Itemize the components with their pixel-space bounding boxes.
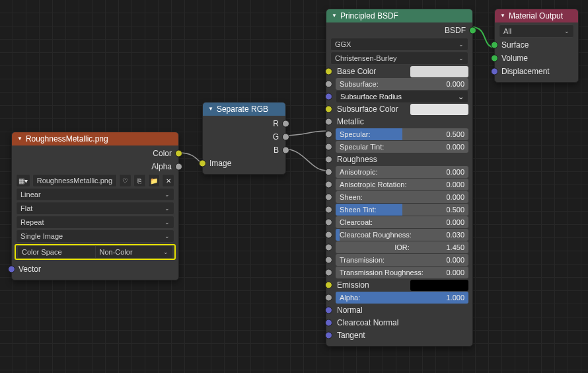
chevron-down-icon: ⌄ [459, 41, 464, 48]
color-space-select[interactable]: Color Space Non-Color⌄ [17, 246, 173, 258]
node-header[interactable]: ▼ Material Output [495, 9, 578, 22]
node-header[interactable]: ▼ Separate RGB [203, 103, 285, 116]
socket-trans-rough[interactable] [325, 269, 332, 276]
socket-out-g[interactable] [282, 134, 289, 141]
socket-emission[interactable] [325, 282, 332, 289]
socket-aniso-rot[interactable] [325, 181, 332, 188]
socket-roughness[interactable] [325, 156, 332, 163]
collapse-icon[interactable]: ▼ [332, 13, 337, 19]
node-title: Material Output [509, 11, 563, 21]
socket-cc-rough[interactable] [325, 231, 332, 239]
sheen-tint-row[interactable]: Sheen Tint:0.500 [336, 204, 468, 216]
chevron-down-icon: ⌄ [165, 205, 170, 212]
separate-rgb-node[interactable]: ▼ Separate RGB R G B Image [202, 102, 286, 175]
clearcoat-normal-row: Clearcoat Normal [336, 317, 468, 329]
transmission-roughness-row[interactable]: Transmission Roughness:0.000 [336, 267, 468, 278]
emission-row[interactable]: Emission [336, 279, 468, 291]
interpolation-select[interactable]: Linear⌄ [16, 188, 174, 201]
socket-out-color[interactable] [175, 150, 182, 157]
socket-ss-color[interactable] [325, 106, 332, 113]
anisotropic-row[interactable]: Anisotropic:0.000 [336, 166, 468, 178]
socket-ior[interactable] [325, 244, 332, 251]
node-title: Principled BSDF [340, 11, 398, 21]
clearcoat-row[interactable]: Clearcoat:0.000 [336, 216, 468, 228]
tangent-row: Tangent [336, 329, 468, 341]
emission-swatch[interactable] [410, 280, 468, 291]
socket-aniso[interactable] [325, 169, 332, 176]
distribution-select[interactable]: GGX⌄ [330, 38, 468, 51]
socket-transmission[interactable] [325, 257, 332, 264]
collapse-icon[interactable]: ▼ [17, 136, 22, 142]
subsurface-method-select[interactable]: Christensen-Burley⌄ [330, 52, 468, 65]
socket-clearcoat[interactable] [325, 219, 332, 226]
socket-out-alpha[interactable] [175, 163, 182, 171]
clearcoat-roughness-row[interactable]: Clearcoat Roughness:0.030 [336, 229, 468, 241]
collapse-icon[interactable]: ▼ [500, 13, 505, 19]
socket-normal[interactable] [325, 307, 332, 314]
socket-out-r[interactable] [282, 120, 289, 128]
chevron-down-icon: ⌄ [165, 219, 170, 226]
collapse-icon[interactable]: ▼ [208, 106, 213, 112]
socket-in-displacement[interactable] [491, 68, 498, 75]
color-space-highlight: Color Space Non-Color⌄ [15, 244, 176, 260]
specular-tint-row[interactable]: Specular Tint:0.000 [336, 141, 468, 153]
subsurface-color-row[interactable]: Subsurface Color [336, 103, 468, 115]
principled-bsdf-node[interactable]: ▼ Principled BSDF BSDF GGX⌄ Christensen-… [326, 9, 473, 347]
socket-out-b[interactable] [282, 147, 289, 154]
anisotropic-rotation-row[interactable]: Anisotropic Rotation:0.000 [336, 179, 468, 190]
material-output-node[interactable]: ▼ Material Output All⌄ Surface Volume Di… [494, 9, 579, 83]
image-filename[interactable]: RoughnessMetallic.png [32, 174, 117, 187]
subsurface-radius-row[interactable]: Subsurface Radius⌄ [336, 91, 468, 103]
roughness-row: Roughness [336, 153, 468, 165]
node-title: Separate RGB [217, 104, 268, 114]
projection-select[interactable]: Flat⌄ [16, 202, 174, 215]
node-title: RoughnessMetallic.png [26, 134, 108, 144]
base-color-row[interactable]: Base Color [336, 65, 468, 77]
socket-in-image[interactable] [199, 160, 206, 167]
normal-row: Normal [336, 304, 468, 316]
alpha-row[interactable]: Alpha:1.000 [336, 292, 468, 304]
image-datablock-icon[interactable]: ▦▾ [16, 174, 30, 187]
base-color-swatch[interactable] [410, 66, 468, 77]
chevron-down-icon: ⌄ [165, 233, 170, 239]
open-icon[interactable]: 📁 [148, 174, 161, 187]
target-select[interactable]: All⌄ [499, 24, 574, 38]
color-space-label: Color Space [22, 248, 62, 256]
transmission-row[interactable]: Transmission:0.000 [336, 254, 468, 266]
chevron-down-icon: ⌄ [165, 191, 170, 198]
socket-metallic[interactable] [325, 118, 332, 126]
socket-sheen-tint[interactable] [325, 206, 332, 214]
ior-row[interactable]: IOR:1.450 [336, 241, 468, 253]
socket-in-vector[interactable] [8, 266, 15, 273]
socket-alpha[interactable] [325, 294, 332, 302]
node-header[interactable]: ▼ RoughnessMetallic.png [12, 132, 178, 145]
image-texture-node[interactable]: ▼ RoughnessMetallic.png Color Alpha ▦▾ R… [11, 132, 179, 280]
socket-subsurface[interactable] [325, 81, 332, 88]
socket-ss-radius[interactable] [325, 93, 332, 101]
input-vector-row: Vector [12, 263, 178, 276]
socket-base-color[interactable] [325, 68, 332, 75]
chevron-down-icon: ⌄ [163, 249, 168, 255]
specular-row[interactable]: Specular:0.500 [336, 128, 468, 140]
socket-sheen[interactable] [325, 194, 332, 201]
node-header[interactable]: ▼ Principled BSDF [326, 9, 472, 22]
socket-in-surface[interactable] [491, 42, 498, 49]
source-select[interactable]: Single Image⌄ [16, 229, 174, 243]
socket-spec-tint[interactable] [325, 144, 332, 151]
image-selector[interactable]: ▦▾ RoughnessMetallic.png ♡ ⎘ 📁 ✕ [16, 174, 174, 187]
socket-in-volume[interactable] [491, 55, 498, 62]
chevron-down-icon: ⌄ [564, 28, 570, 34]
sheen-row[interactable]: Sheen:0.000 [336, 191, 468, 203]
extension-select[interactable]: Repeat⌄ [16, 216, 174, 229]
ss-color-swatch[interactable] [410, 104, 468, 115]
unlink-icon[interactable]: ✕ [162, 174, 174, 187]
chevron-down-icon: ⌄ [459, 55, 464, 62]
socket-tangent[interactable] [325, 332, 332, 339]
chevron-down-icon: ⌄ [458, 93, 464, 101]
socket-out-bsdf[interactable] [469, 27, 476, 34]
socket-cc-normal[interactable] [325, 319, 332, 327]
subsurface-row[interactable]: Subsurface:0.000 [336, 78, 468, 90]
socket-specular[interactable] [325, 131, 332, 138]
fakeuser-icon[interactable]: ♡ [119, 174, 131, 187]
new-icon[interactable]: ⎘ [133, 174, 146, 187]
